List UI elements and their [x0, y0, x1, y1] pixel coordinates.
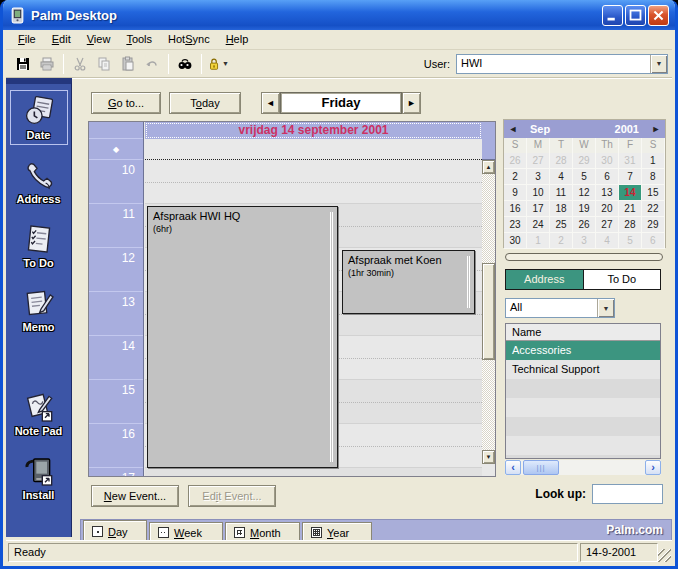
calendar-day[interactable]: 15 — [642, 185, 665, 201]
event-block[interactable]: Afspraak met Koen(1hr 30min) — [342, 250, 475, 314]
menu-view[interactable]: View — [79, 31, 119, 48]
calendar-day[interactable]: 12 — [573, 185, 596, 201]
calendar-day[interactable]: 19 — [573, 201, 596, 217]
calendar-day[interactable]: 18 — [550, 201, 573, 217]
calendar-day[interactable]: 5 — [573, 169, 596, 185]
calendar-day[interactable]: 10 — [527, 185, 550, 201]
list-horizontal-scrollbar[interactable]: ‹ ||| › — [505, 460, 661, 475]
calendar-day[interactable]: 27 — [596, 217, 619, 233]
scroll-down-icon[interactable]: ▼ — [482, 450, 495, 464]
list-item[interactable]: Technical Support — [506, 360, 660, 379]
hscroll-thumb[interactable]: ||| — [523, 460, 559, 475]
calendar-day[interactable]: 23 — [504, 217, 527, 233]
tab-to-do[interactable]: To Do — [584, 270, 661, 289]
prev-month-icon[interactable]: ◄ — [504, 124, 522, 134]
tab-address[interactable]: Address — [506, 270, 584, 289]
hour-row-10[interactable] — [145, 160, 482, 204]
calendar-day[interactable]: 9 — [504, 185, 527, 201]
menu-edit[interactable]: Edit — [44, 31, 79, 48]
view-tab-week[interactable]: Week — [149, 522, 223, 542]
next-day-button[interactable]: ► — [402, 92, 421, 114]
calendar-day[interactable]: 5 — [619, 233, 642, 249]
calendar-day[interactable]: 28 — [619, 217, 642, 233]
hour-row-17[interactable] — [145, 468, 482, 476]
find-icon[interactable] — [173, 53, 197, 75]
sidebar-item-to-do[interactable]: To Do — [10, 218, 68, 273]
today-button[interactable]: Today — [169, 92, 241, 114]
goto-button[interactable]: Go to... — [91, 92, 161, 114]
calendar-day[interactable]: 31 — [619, 153, 642, 169]
category-filter-combobox[interactable]: All ▼ — [505, 298, 615, 318]
menu-tools[interactable]: Tools — [118, 31, 160, 48]
minimize-button[interactable] — [602, 5, 623, 26]
calendar-day[interactable]: 30 — [596, 153, 619, 169]
calendar-day[interactable]: 26 — [504, 153, 527, 169]
day-vertical-scrollbar[interactable]: ▲ ▼ — [482, 122, 495, 476]
user-combobox[interactable]: HWI ▼ — [456, 54, 668, 74]
menu-hotsync[interactable]: HotSync — [160, 31, 218, 48]
event-block[interactable]: Afspraak HWI HQ(6hr) — [147, 206, 338, 468]
view-tab-month[interactable]: Month — [225, 522, 300, 542]
edit-event-button[interactable]: Edit Event... — [188, 485, 276, 507]
previous-day-button[interactable]: ◄ — [261, 92, 280, 114]
maximize-button[interactable] — [625, 5, 646, 26]
calendar-day[interactable]: 30 — [504, 233, 527, 249]
new-event-button[interactable]: New Event... — [91, 485, 179, 507]
sidebar-item-install[interactable]: Install — [10, 450, 68, 505]
calendar-day[interactable]: 11 — [550, 185, 573, 201]
calendar-day[interactable]: 2 — [504, 169, 527, 185]
calendar-day[interactable]: 29 — [573, 153, 596, 169]
sidebar-item-memo[interactable]: Memo — [10, 282, 68, 337]
calendar-day[interactable]: 7 — [619, 169, 642, 185]
next-month-icon[interactable]: ► — [647, 124, 665, 134]
list-item[interactable]: Accessories — [506, 341, 660, 360]
calendar-day[interactable]: 13 — [596, 185, 619, 201]
event-resize-handle[interactable] — [467, 256, 470, 308]
calendar-day[interactable]: 6 — [642, 233, 665, 249]
calendar-day[interactable]: 17 — [527, 201, 550, 217]
list-column-header[interactable]: Name — [506, 324, 660, 341]
lookup-input[interactable] — [592, 484, 663, 504]
calendar-day[interactable]: 24 — [527, 217, 550, 233]
event-resize-handle[interactable] — [330, 212, 333, 462]
calendar-day[interactable]: 8 — [642, 169, 665, 185]
calendar-day[interactable]: 27 — [527, 153, 550, 169]
calendar-day[interactable]: 20 — [596, 201, 619, 217]
calendar-day[interactable]: 4 — [550, 169, 573, 185]
calendar-day[interactable]: 6 — [596, 169, 619, 185]
calendar-day-selected[interactable]: 14 — [619, 185, 642, 201]
user-dropdown-icon[interactable]: ▼ — [650, 55, 667, 73]
view-tab-year[interactable]: Year — [302, 522, 372, 542]
calendar-day[interactable]: 4 — [596, 233, 619, 249]
calendar-day[interactable]: 1 — [642, 153, 665, 169]
sidebar-item-address[interactable]: Address — [10, 154, 68, 209]
hscroll-right-icon[interactable]: › — [645, 460, 661, 475]
filter-dropdown-icon[interactable]: ▼ — [597, 299, 614, 317]
save-icon[interactable] — [11, 53, 35, 75]
calendar-day[interactable]: 22 — [642, 201, 665, 217]
view-tab-day[interactable]: Day — [83, 520, 147, 542]
close-button[interactable] — [648, 5, 669, 26]
scroll-up-icon[interactable]: ▲ — [482, 160, 495, 174]
calendar-day[interactable]: 26 — [573, 217, 596, 233]
calendar-day[interactable]: 29 — [642, 217, 665, 233]
calendar-day[interactable]: 3 — [573, 233, 596, 249]
lock-dropdown-icon[interactable]: ▼ — [222, 60, 229, 67]
calendar-day[interactable]: 16 — [504, 201, 527, 217]
lock-icon[interactable]: ▼ — [206, 53, 230, 75]
calendar-day[interactable]: 2 — [550, 233, 573, 249]
palm-com-brand[interactable]: Palm.com — [606, 523, 663, 537]
calendar-day[interactable]: 1 — [527, 233, 550, 249]
hscroll-left-icon[interactable]: ‹ — [505, 460, 521, 475]
calendar-day[interactable]: 3 — [527, 169, 550, 185]
sidebar-item-date[interactable]: Date — [10, 90, 68, 145]
menu-help[interactable]: Help — [218, 31, 257, 48]
panel-splitter[interactable] — [505, 253, 663, 261]
resize-grip[interactable] — [658, 549, 671, 562]
menu-file[interactable]: File — [10, 31, 44, 48]
calendar-day[interactable]: 25 — [550, 217, 573, 233]
calendar-day[interactable]: 21 — [619, 201, 642, 217]
scrollbar-thumb[interactable] — [482, 263, 495, 360]
untimed-row[interactable] — [145, 139, 482, 160]
sidebar-item-note-pad[interactable]: Note Pad — [10, 386, 68, 441]
